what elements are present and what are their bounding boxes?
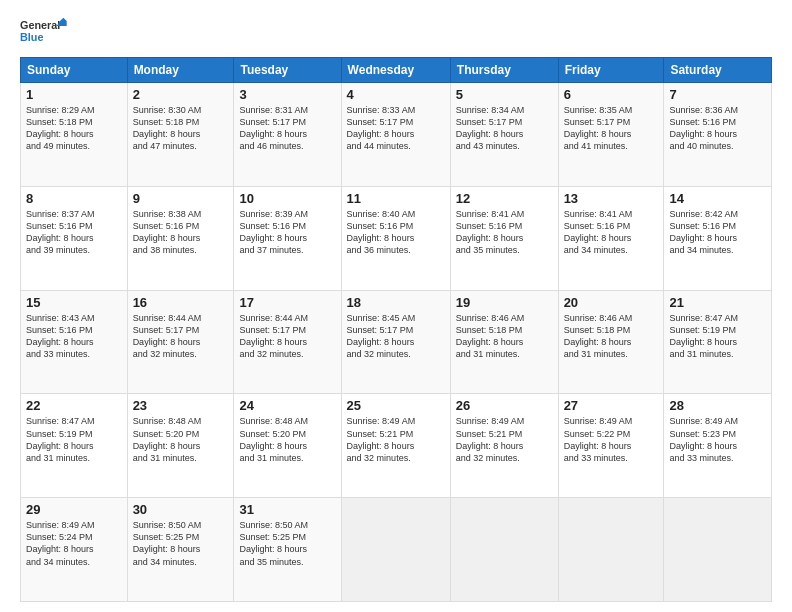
cell-details: Sunrise: 8:47 AMSunset: 5:19 PMDaylight:… — [669, 312, 766, 361]
calendar-cell — [664, 498, 772, 602]
cell-details: Sunrise: 8:44 AMSunset: 5:17 PMDaylight:… — [133, 312, 229, 361]
day-number: 13 — [564, 191, 659, 206]
calendar-cell: 20Sunrise: 8:46 AMSunset: 5:18 PMDayligh… — [558, 290, 664, 394]
calendar-cell: 17Sunrise: 8:44 AMSunset: 5:17 PMDayligh… — [234, 290, 341, 394]
cell-details: Sunrise: 8:50 AMSunset: 5:25 PMDaylight:… — [133, 519, 229, 568]
week-row-4: 22Sunrise: 8:47 AMSunset: 5:19 PMDayligh… — [21, 394, 772, 498]
calendar-cell: 19Sunrise: 8:46 AMSunset: 5:18 PMDayligh… — [450, 290, 558, 394]
day-number: 2 — [133, 87, 229, 102]
day-number: 10 — [239, 191, 335, 206]
calendar-cell: 31Sunrise: 8:50 AMSunset: 5:25 PMDayligh… — [234, 498, 341, 602]
calendar-cell: 7Sunrise: 8:36 AMSunset: 5:16 PMDaylight… — [664, 83, 772, 187]
week-row-3: 15Sunrise: 8:43 AMSunset: 5:16 PMDayligh… — [21, 290, 772, 394]
calendar-cell: 2Sunrise: 8:30 AMSunset: 5:18 PMDaylight… — [127, 83, 234, 187]
calendar-cell: 3Sunrise: 8:31 AMSunset: 5:17 PMDaylight… — [234, 83, 341, 187]
day-number: 3 — [239, 87, 335, 102]
calendar-page: GeneralBlue SundayMondayTuesdayWednesday… — [0, 0, 792, 612]
day-header-tuesday: Tuesday — [234, 58, 341, 83]
day-header-sunday: Sunday — [21, 58, 128, 83]
day-number: 6 — [564, 87, 659, 102]
calendar-cell: 25Sunrise: 8:49 AMSunset: 5:21 PMDayligh… — [341, 394, 450, 498]
days-header-row: SundayMondayTuesdayWednesdayThursdayFrid… — [21, 58, 772, 83]
cell-details: Sunrise: 8:49 AMSunset: 5:21 PMDaylight:… — [347, 415, 445, 464]
calendar-cell: 22Sunrise: 8:47 AMSunset: 5:19 PMDayligh… — [21, 394, 128, 498]
day-header-wednesday: Wednesday — [341, 58, 450, 83]
day-number: 18 — [347, 295, 445, 310]
day-header-saturday: Saturday — [664, 58, 772, 83]
day-number: 30 — [133, 502, 229, 517]
day-number: 11 — [347, 191, 445, 206]
calendar-cell: 28Sunrise: 8:49 AMSunset: 5:23 PMDayligh… — [664, 394, 772, 498]
cell-details: Sunrise: 8:43 AMSunset: 5:16 PMDaylight:… — [26, 312, 122, 361]
day-header-thursday: Thursday — [450, 58, 558, 83]
calendar-cell: 15Sunrise: 8:43 AMSunset: 5:16 PMDayligh… — [21, 290, 128, 394]
day-number: 17 — [239, 295, 335, 310]
cell-details: Sunrise: 8:34 AMSunset: 5:17 PMDaylight:… — [456, 104, 553, 153]
cell-details: Sunrise: 8:36 AMSunset: 5:16 PMDaylight:… — [669, 104, 766, 153]
cell-details: Sunrise: 8:37 AMSunset: 5:16 PMDaylight:… — [26, 208, 122, 257]
day-number: 4 — [347, 87, 445, 102]
svg-text:Blue: Blue — [20, 31, 43, 43]
cell-details: Sunrise: 8:39 AMSunset: 5:16 PMDaylight:… — [239, 208, 335, 257]
calendar-cell: 30Sunrise: 8:50 AMSunset: 5:25 PMDayligh… — [127, 498, 234, 602]
day-number: 24 — [239, 398, 335, 413]
day-number: 23 — [133, 398, 229, 413]
cell-details: Sunrise: 8:38 AMSunset: 5:16 PMDaylight:… — [133, 208, 229, 257]
logo: GeneralBlue — [20, 15, 70, 47]
calendar-cell: 26Sunrise: 8:49 AMSunset: 5:21 PMDayligh… — [450, 394, 558, 498]
day-number: 29 — [26, 502, 122, 517]
calendar-cell: 24Sunrise: 8:48 AMSunset: 5:20 PMDayligh… — [234, 394, 341, 498]
day-number: 12 — [456, 191, 553, 206]
svg-text:General: General — [20, 19, 60, 31]
day-number: 25 — [347, 398, 445, 413]
cell-details: Sunrise: 8:40 AMSunset: 5:16 PMDaylight:… — [347, 208, 445, 257]
day-number: 22 — [26, 398, 122, 413]
cell-details: Sunrise: 8:49 AMSunset: 5:21 PMDaylight:… — [456, 415, 553, 464]
day-number: 27 — [564, 398, 659, 413]
day-number: 28 — [669, 398, 766, 413]
calendar-cell: 6Sunrise: 8:35 AMSunset: 5:17 PMDaylight… — [558, 83, 664, 187]
day-number: 19 — [456, 295, 553, 310]
week-row-2: 8Sunrise: 8:37 AMSunset: 5:16 PMDaylight… — [21, 186, 772, 290]
calendar-cell: 12Sunrise: 8:41 AMSunset: 5:16 PMDayligh… — [450, 186, 558, 290]
cell-details: Sunrise: 8:49 AMSunset: 5:22 PMDaylight:… — [564, 415, 659, 464]
calendar-cell: 16Sunrise: 8:44 AMSunset: 5:17 PMDayligh… — [127, 290, 234, 394]
calendar-cell: 23Sunrise: 8:48 AMSunset: 5:20 PMDayligh… — [127, 394, 234, 498]
calendar-cell: 9Sunrise: 8:38 AMSunset: 5:16 PMDaylight… — [127, 186, 234, 290]
day-header-monday: Monday — [127, 58, 234, 83]
cell-details: Sunrise: 8:44 AMSunset: 5:17 PMDaylight:… — [239, 312, 335, 361]
day-header-friday: Friday — [558, 58, 664, 83]
day-number: 8 — [26, 191, 122, 206]
logo-icon: GeneralBlue — [20, 15, 70, 47]
day-number: 26 — [456, 398, 553, 413]
cell-details: Sunrise: 8:48 AMSunset: 5:20 PMDaylight:… — [239, 415, 335, 464]
calendar-cell: 8Sunrise: 8:37 AMSunset: 5:16 PMDaylight… — [21, 186, 128, 290]
calendar-cell — [450, 498, 558, 602]
calendar-cell: 18Sunrise: 8:45 AMSunset: 5:17 PMDayligh… — [341, 290, 450, 394]
cell-details: Sunrise: 8:41 AMSunset: 5:16 PMDaylight:… — [564, 208, 659, 257]
svg-marker-2 — [60, 18, 67, 21]
cell-details: Sunrise: 8:41 AMSunset: 5:16 PMDaylight:… — [456, 208, 553, 257]
calendar-cell: 29Sunrise: 8:49 AMSunset: 5:24 PMDayligh… — [21, 498, 128, 602]
calendar-cell: 11Sunrise: 8:40 AMSunset: 5:16 PMDayligh… — [341, 186, 450, 290]
cell-details: Sunrise: 8:46 AMSunset: 5:18 PMDaylight:… — [456, 312, 553, 361]
day-number: 7 — [669, 87, 766, 102]
calendar-cell: 10Sunrise: 8:39 AMSunset: 5:16 PMDayligh… — [234, 186, 341, 290]
calendar-table: SundayMondayTuesdayWednesdayThursdayFrid… — [20, 57, 772, 602]
cell-details: Sunrise: 8:48 AMSunset: 5:20 PMDaylight:… — [133, 415, 229, 464]
calendar-cell: 4Sunrise: 8:33 AMSunset: 5:17 PMDaylight… — [341, 83, 450, 187]
cell-details: Sunrise: 8:35 AMSunset: 5:17 PMDaylight:… — [564, 104, 659, 153]
calendar-cell: 5Sunrise: 8:34 AMSunset: 5:17 PMDaylight… — [450, 83, 558, 187]
cell-details: Sunrise: 8:45 AMSunset: 5:17 PMDaylight:… — [347, 312, 445, 361]
day-number: 14 — [669, 191, 766, 206]
cell-details: Sunrise: 8:47 AMSunset: 5:19 PMDaylight:… — [26, 415, 122, 464]
cell-details: Sunrise: 8:50 AMSunset: 5:25 PMDaylight:… — [239, 519, 335, 568]
cell-details: Sunrise: 8:46 AMSunset: 5:18 PMDaylight:… — [564, 312, 659, 361]
day-number: 20 — [564, 295, 659, 310]
calendar-cell: 14Sunrise: 8:42 AMSunset: 5:16 PMDayligh… — [664, 186, 772, 290]
calendar-cell: 27Sunrise: 8:49 AMSunset: 5:22 PMDayligh… — [558, 394, 664, 498]
week-row-5: 29Sunrise: 8:49 AMSunset: 5:24 PMDayligh… — [21, 498, 772, 602]
calendar-cell: 21Sunrise: 8:47 AMSunset: 5:19 PMDayligh… — [664, 290, 772, 394]
cell-details: Sunrise: 8:31 AMSunset: 5:17 PMDaylight:… — [239, 104, 335, 153]
day-number: 1 — [26, 87, 122, 102]
